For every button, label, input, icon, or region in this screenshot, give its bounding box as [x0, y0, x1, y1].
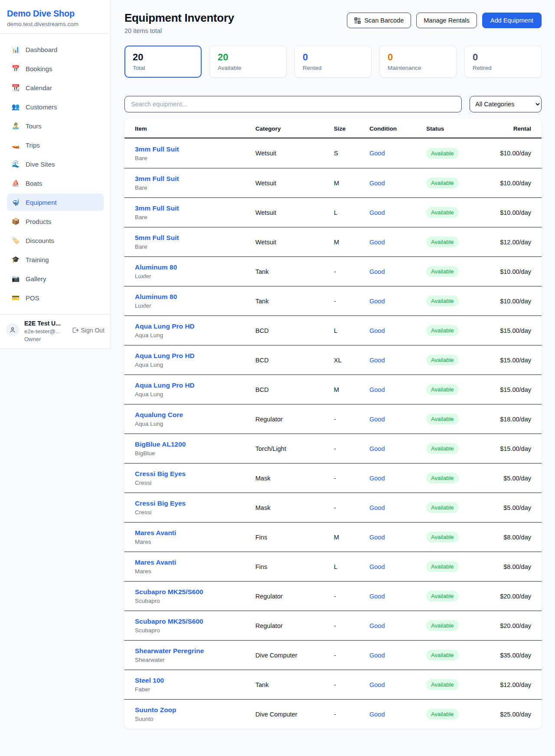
item-condition-link[interactable]: Good	[369, 504, 385, 511]
item-condition-link[interactable]: Good	[369, 298, 385, 305]
item-name-link[interactable]: Aqualung Core	[135, 411, 183, 418]
item-name-link[interactable]: Suunto Zoop	[135, 706, 176, 713]
item-rental: $5.00/day	[491, 504, 531, 511]
item-condition-link[interactable]: Good	[369, 357, 385, 364]
sidebar-item-equipment[interactable]: 🤿Equipment	[7, 194, 104, 211]
item-brand: Scubapro	[135, 598, 255, 604]
add-equipment-button[interactable]: Add Equipment	[482, 13, 542, 28]
stat-label: Available	[218, 65, 278, 71]
item-brand: BigBlue	[135, 450, 255, 457]
item-condition-link[interactable]: Good	[369, 681, 385, 688]
equipment-table: ItemCategorySizeConditionStatusRental 3m…	[124, 118, 542, 729]
item-category: Mask	[255, 475, 334, 482]
item-name-link[interactable]: Aluminum 80	[135, 293, 177, 300]
item-condition-link[interactable]: Good	[369, 563, 385, 570]
stat-card-maintenance[interactable]: 0Maintenance	[379, 46, 457, 78]
category-select[interactable]: All Categories	[470, 96, 542, 112]
item-condition-link[interactable]: Good	[369, 386, 385, 393]
item-name-link[interactable]: Scubapro MK25/S600	[135, 618, 203, 625]
sidebar-item-customers[interactable]: 👥Customers	[7, 98, 104, 115]
item-size: -	[334, 504, 369, 511]
sidebar-item-tours[interactable]: 🏝️Tours	[7, 117, 104, 135]
column-header-size: Size	[334, 125, 369, 132]
people-icon: 👥	[11, 103, 20, 111]
table-row: Aluminum 80LuxferTank-GoodAvailable$10.0…	[124, 256, 542, 286]
person-icon	[9, 326, 16, 333]
item-name-link[interactable]: 3mm Full Suit	[135, 145, 179, 153]
item-rental: $20.00/day	[491, 593, 531, 600]
item-name-link[interactable]: Cressi Big Eyes	[135, 500, 186, 507]
item-condition-link[interactable]: Good	[369, 445, 385, 452]
item-name-link[interactable]: Mares Avanti	[135, 559, 176, 566]
stat-card-available[interactable]: 20Available	[209, 46, 287, 78]
item-name-link[interactable]: BigBlue AL1200	[135, 440, 186, 448]
stat-value: 0	[388, 52, 448, 63]
item-brand: Aqua Lung	[135, 421, 255, 427]
table-row: Shearwater PeregrineShearwaterDive Compu…	[124, 640, 542, 670]
item-condition-link[interactable]: Good	[369, 416, 385, 423]
sidebar-item-pos[interactable]: 💳POS	[7, 289, 104, 306]
sidebar-item-dashboard[interactable]: 📊Dashboard	[7, 41, 104, 58]
manage-rentals-button[interactable]: Manage Rentals	[416, 13, 477, 28]
item-category: Wetsuit	[255, 209, 334, 216]
sidebar-item-discounts[interactable]: 🏷️Discounts	[7, 232, 104, 249]
sign-out-button[interactable]: Sign Out	[72, 327, 104, 334]
item-name-link[interactable]: 3mm Full Suit	[135, 175, 179, 182]
item-name-link[interactable]: Scubapro MK25/S600	[135, 588, 203, 595]
item-condition-link[interactable]: Good	[369, 239, 385, 246]
sidebar-item-dive-sites[interactable]: 🌊Dive Sites	[7, 155, 104, 173]
sidebar-item-products[interactable]: 📦Products	[7, 213, 104, 230]
grad-cap-icon: 🎓	[11, 256, 20, 263]
user-box: E2E Test U... e2e-tester@... Owner Sign …	[0, 315, 111, 348]
item-name-link[interactable]: Mares Avanti	[135, 529, 176, 536]
item-size: -	[334, 593, 369, 600]
item-condition-link[interactable]: Good	[369, 622, 385, 629]
item-cell: Aqua Lung Pro HDAqua Lung	[135, 381, 255, 398]
item-name-link[interactable]: Shearwater Peregrine	[135, 647, 204, 654]
sidebar-item-training[interactable]: 🎓Training	[7, 251, 104, 268]
sidebar-item-bookings[interactable]: 📅Bookings	[7, 60, 104, 77]
item-name-link[interactable]: Aluminum 80	[135, 263, 177, 271]
item-name-link[interactable]: Aqua Lung Pro HD	[135, 322, 195, 330]
item-name-link[interactable]: Aqua Lung Pro HD	[135, 381, 195, 389]
item-condition-link[interactable]: Good	[369, 150, 385, 157]
sidebar-item-gallery[interactable]: 📷Gallery	[7, 270, 104, 287]
item-category: BCD	[255, 357, 334, 364]
package-icon: 📦	[11, 217, 20, 225]
item-condition-link[interactable]: Good	[369, 475, 385, 482]
item-rental: $5.00/day	[491, 475, 531, 482]
item-name-link[interactable]: Aqua Lung Pro HD	[135, 352, 195, 359]
item-name-link[interactable]: Steel 100	[135, 677, 164, 684]
item-condition-link[interactable]: Good	[369, 652, 385, 659]
bar-chart-icon: 📊	[11, 46, 20, 53]
sidebar-item-label: Dive Sites	[26, 161, 55, 168]
stat-card-total[interactable]: 20Total	[124, 46, 202, 78]
item-name-link[interactable]: 3mm Full Suit	[135, 204, 179, 212]
item-brand: Bare	[135, 184, 255, 191]
stat-card-retired[interactable]: 0Retired	[464, 46, 542, 78]
item-condition-link[interactable]: Good	[369, 593, 385, 600]
item-name-link[interactable]: 5mm Full Suit	[135, 234, 179, 241]
sidebar-item-boats[interactable]: ⛵Boats	[7, 174, 104, 192]
scan-barcode-button[interactable]: Scan Barcode	[347, 13, 411, 28]
item-size: M	[334, 180, 369, 187]
sign-out-label: Sign Out	[81, 327, 104, 334]
item-name-link[interactable]: Cressi Big Eyes	[135, 470, 186, 477]
search-input[interactable]	[124, 96, 462, 112]
item-condition-link[interactable]: Good	[369, 268, 385, 275]
item-condition-link[interactable]: Good	[369, 327, 385, 334]
stat-label: Maintenance	[388, 65, 448, 71]
sidebar-item-calendar[interactable]: 📆Calendar	[7, 79, 104, 96]
brand-name: Demo Dive Shop	[7, 9, 104, 19]
item-condition-link[interactable]: Good	[369, 209, 385, 216]
item-condition-link[interactable]: Good	[369, 180, 385, 187]
item-cell: Scubapro MK25/S600Scubapro	[135, 588, 255, 604]
status-badge: Available	[426, 177, 459, 188]
item-category: Wetsuit	[255, 180, 334, 187]
item-condition-link[interactable]: Good	[369, 711, 385, 718]
item-rental: $10.00/day	[491, 209, 531, 216]
item-condition-link[interactable]: Good	[369, 534, 385, 541]
sidebar-item-trips[interactable]: 🚤Trips	[7, 136, 104, 154]
status-badge: Available	[426, 414, 459, 424]
stat-card-rented[interactable]: 0Rented	[294, 46, 372, 78]
